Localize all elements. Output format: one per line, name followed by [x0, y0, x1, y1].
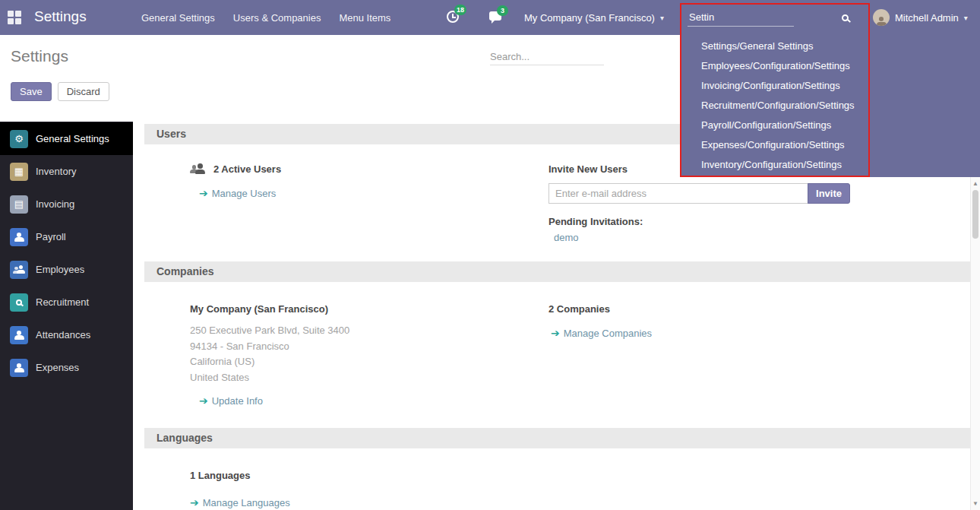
sidebar-item-label: Recruitment — [36, 296, 89, 308]
app-menu: General Settings Users & Companies Menu … — [141, 0, 390, 35]
magnifier-icon — [10, 293, 28, 312]
company-address-line: 250 Executive Park Blvd, Suite 3400 — [190, 323, 548, 339]
section-languages-header: Languages — [144, 428, 970, 448]
expense-person-icon — [10, 359, 28, 377]
discard-button[interactable]: Discard — [58, 82, 109, 101]
arrow-right-icon: ➔ — [551, 327, 560, 339]
search-result[interactable]: Employees/Configuration/Settings — [680, 56, 980, 76]
search-result[interactable]: Invoicing/Configuration/Settings — [680, 76, 980, 96]
sidebar-item-invoicing[interactable]: ▤ Invoicing — [0, 188, 133, 220]
manage-companies-label: Manage Companies — [564, 328, 652, 339]
company-address-line: United States — [190, 370, 548, 386]
company-name-text: My Company (San Francisco) — [190, 303, 548, 315]
settings-content: Users 2 Active Users ➔ Manage Users Invi… — [133, 122, 970, 510]
messages-systray-button[interactable]: 3 — [489, 11, 501, 21]
users-left-column: 2 Active Users ➔ Manage Users — [144, 163, 548, 244]
manage-languages-label: Manage Languages — [203, 497, 290, 508]
sidebar-item-employees[interactable]: Employees — [0, 253, 133, 286]
app-title[interactable]: Settings — [34, 8, 87, 25]
employees-people-icon — [10, 261, 28, 279]
companies-count: 2 Companies — [548, 303, 970, 315]
sidebar-item-attendances[interactable]: Attendances — [0, 318, 133, 351]
update-info-label: Update Info — [212, 395, 263, 407]
avatar — [873, 9, 890, 26]
section-companies: My Company (San Francisco) 250 Executive… — [144, 303, 970, 407]
settings-sidebar: ⚙ General Settings ▦ Inventory ▤ Invoici… — [0, 122, 133, 510]
search-result[interactable]: Recruitment/Configuration/Settings — [680, 96, 980, 116]
menu-search-input[interactable] — [688, 8, 794, 27]
languages-left-column: 1 Languages ➔ Manage Languages — [144, 470, 548, 509]
arrow-right-icon: ➔ — [199, 394, 208, 407]
vertical-scrollbar[interactable]: ▲ ▼ — [970, 177, 980, 510]
manage-companies-link[interactable]: ➔ Manage Companies — [551, 327, 652, 339]
menu-menu-items[interactable]: Menu Items — [339, 12, 390, 24]
section-companies-header: Companies — [144, 261, 970, 282]
apps-menu-button[interactable] — [8, 11, 21, 24]
boxes-icon: ▦ — [10, 163, 28, 181]
company-address-line: California (US) — [190, 354, 548, 370]
sidebar-item-label: Inventory — [36, 166, 76, 177]
menu-general-settings[interactable]: General Settings — [141, 12, 215, 24]
activity-count-badge: 18 — [454, 5, 466, 15]
languages-count: 1 Languages — [190, 470, 548, 481]
sidebar-item-label: Payroll — [36, 231, 66, 242]
search-result[interactable]: Inventory/Configuration/Settings — [680, 155, 980, 175]
section-languages: 1 Languages ➔ Manage Languages — [144, 470, 970, 509]
sidebar-item-label: General Settings — [36, 133, 109, 144]
companies-left-column: My Company (San Francisco) 250 Executive… — [144, 303, 548, 407]
chevron-down-icon: ▾ — [660, 14, 664, 22]
settings-search-input[interactable] — [490, 49, 604, 65]
sidebar-item-payroll[interactable]: Payroll — [0, 220, 133, 253]
manage-languages-link[interactable]: ➔ Manage Languages — [190, 496, 290, 508]
companies-right-column: 2 Companies ➔ Manage Companies — [548, 303, 970, 407]
sidebar-item-label: Attendances — [36, 329, 90, 341]
manage-users-label: Manage Users — [212, 188, 277, 199]
search-result[interactable]: Expenses/Configuration/Settings — [680, 135, 980, 155]
search-result[interactable]: Settings/General Settings — [680, 36, 980, 56]
pending-invitations-label: Pending Invitations: — [548, 216, 970, 227]
invite-button[interactable]: Invite — [808, 183, 850, 204]
search-icon — [842, 14, 849, 21]
message-count-badge: 3 — [497, 5, 508, 16]
menu-search-dropdown: Settings/General Settings Employees/Conf… — [680, 35, 980, 177]
sidebar-item-expenses[interactable]: Expenses — [0, 351, 133, 384]
company-address-line: 94134 - San Francisco — [190, 339, 548, 355]
scroll-down-arrow[interactable]: ▼ — [971, 500, 980, 507]
company-name: My Company (San Francisco) — [524, 12, 655, 24]
chevron-down-icon: ▾ — [964, 14, 968, 22]
user-menu[interactable]: Mitchell Admin ▾ — [873, 0, 968, 35]
pending-user-link[interactable]: demo — [554, 232, 579, 243]
apps-grid-icon — [8, 11, 21, 24]
search-result[interactable]: Payroll/Configuration/Settings — [680, 116, 980, 135]
save-button[interactable]: Save — [11, 82, 52, 101]
users-group-icon — [190, 163, 207, 175]
arrow-right-icon: ➔ — [199, 187, 208, 199]
activity-systray-button[interactable]: 18 — [447, 11, 459, 23]
form-buttons: Save Discard — [11, 82, 109, 101]
arrow-right-icon: ➔ — [190, 496, 199, 508]
manage-users-link[interactable]: ➔ Manage Users — [199, 187, 276, 199]
attendance-person-icon — [10, 326, 28, 344]
user-name: Mitchell Admin — [895, 12, 959, 24]
update-info-link[interactable]: ➔ Update Info — [199, 394, 263, 407]
sidebar-item-label: Expenses — [36, 362, 79, 373]
sidebar-item-label: Invoicing — [36, 198, 74, 210]
invite-email-input[interactable] — [548, 183, 808, 204]
sidebar-item-recruitment[interactable]: Recruitment — [0, 286, 133, 318]
sidebar-item-general-settings[interactable]: ⚙ General Settings — [0, 122, 133, 155]
scroll-up-arrow[interactable]: ▲ — [971, 180, 980, 187]
scrollbar-thumb[interactable] — [972, 190, 978, 239]
payroll-person-icon — [10, 228, 28, 246]
breadcrumb-title: Settings — [11, 47, 68, 65]
company-switcher[interactable]: My Company (San Francisco) ▾ — [524, 0, 664, 35]
menu-search — [688, 6, 849, 29]
sidebar-item-label: Employees — [36, 264, 84, 275]
gear-icon: ⚙ — [10, 130, 28, 148]
sidebar-item-inventory[interactable]: ▦ Inventory — [0, 155, 133, 188]
menu-users-companies[interactable]: Users & Companies — [233, 12, 321, 24]
invoice-document-icon: ▤ — [10, 195, 28, 214]
active-users-count: 2 Active Users — [213, 163, 281, 175]
odoo-settings-window: Settings General Settings Users & Compan… — [0, 0, 980, 510]
